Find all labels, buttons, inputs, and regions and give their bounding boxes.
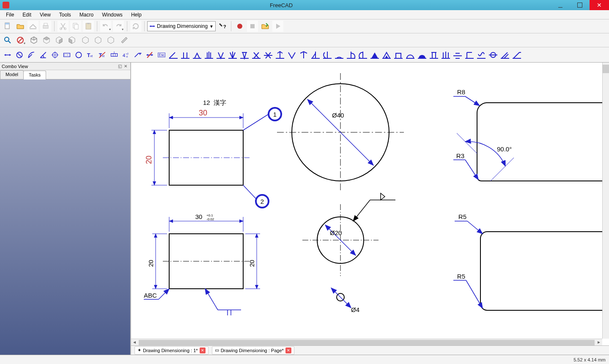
weld-symbol-button[interactable] [132, 49, 144, 61]
weld-icon-20[interactable] [392, 49, 404, 61]
tolerance-text-button[interactable]: 4+2-0 [120, 49, 132, 61]
macro-open-button[interactable] [259, 20, 271, 32]
circular-dim-button[interactable] [14, 49, 25, 61]
center-mark-button[interactable] [49, 49, 61, 61]
text-button[interactable]: Txt [85, 49, 96, 61]
weld-icon-4[interactable] [203, 49, 215, 61]
window-close-button[interactable]: ✕ [590, 0, 609, 10]
weld-icon-12[interactable] [298, 49, 310, 61]
drawing-canvas[interactable]: 30 20 12 漢字 1 2 [131, 63, 609, 355]
weld-icon-2[interactable] [179, 49, 191, 61]
doc-tab-2-close[interactable]: ✕ [285, 348, 291, 353]
weld-icon-3[interactable] [191, 49, 203, 61]
view-front-button[interactable] [41, 34, 52, 46]
weld-icon-18[interactable] [369, 49, 381, 61]
doc-tab-2-label: Drawing Dimensioning : Page* [221, 348, 284, 353]
svg-line-136 [353, 200, 370, 221]
view-left-button[interactable] [105, 34, 117, 46]
text-strike-button[interactable]: Txt [96, 49, 108, 61]
radius-dim-button[interactable] [25, 49, 37, 61]
weld-icon-16[interactable] [345, 49, 357, 61]
zoom-fit-button[interactable] [2, 34, 14, 46]
save-button[interactable] [27, 20, 39, 32]
weld-icon-22[interactable] [416, 49, 428, 61]
weld-icon-6[interactable] [227, 49, 239, 61]
view-toggle-button[interactable] [14, 34, 26, 46]
tab-model[interactable]: Model [0, 70, 24, 79]
macro-stop-button[interactable] [247, 20, 258, 32]
menu-windows[interactable]: Windows [98, 11, 127, 19]
angular-dim-button[interactable] [37, 49, 49, 61]
weld-icon-13[interactable] [310, 49, 321, 61]
print-button[interactable] [40, 20, 52, 32]
svg-rect-33 [111, 53, 118, 56]
centerline-button[interactable] [61, 49, 73, 61]
horizontal-scrollbar[interactable]: ◂ ▸ [131, 339, 602, 345]
weld-icon-30[interactable] [511, 49, 523, 61]
weld-icon-28[interactable] [487, 49, 499, 61]
weld-icon-1[interactable] [167, 49, 179, 61]
view-right-button[interactable] [66, 34, 78, 46]
weld-icon-21[interactable] [404, 49, 416, 61]
weld-icon-5[interactable] [215, 49, 227, 61]
menu-file[interactable]: File [2, 11, 18, 19]
window-maximize-button[interactable] [570, 0, 590, 10]
measure-button[interactable] [118, 34, 130, 46]
weld-icon-10[interactable] [274, 49, 286, 61]
new-file-button[interactable] [2, 20, 14, 32]
menu-view[interactable]: View [36, 11, 55, 19]
menu-help[interactable]: Help [127, 11, 146, 19]
tolerance-frame-button[interactable] [108, 49, 120, 61]
weld-icon-7[interactable] [239, 49, 250, 61]
weld-icon-14[interactable] [321, 49, 333, 61]
weld-icon-19[interactable] [381, 49, 392, 61]
panel-undock-button[interactable]: ◱ [117, 64, 123, 68]
menu-macro[interactable]: Macro [75, 11, 98, 19]
svg-text:Esc: Esc [159, 53, 165, 57]
open-file-button[interactable] [14, 20, 26, 32]
undo-button[interactable] [100, 20, 112, 32]
weld-icon-23[interactable] [428, 49, 440, 61]
weld-icon-25[interactable] [452, 49, 464, 61]
svg-line-47 [169, 52, 175, 58]
weld-icon-27[interactable] [475, 49, 487, 61]
whats-this-button[interactable]: ? [217, 20, 228, 32]
weld-icon-17[interactable] [357, 49, 369, 61]
linear-dim-button[interactable] [2, 49, 14, 61]
doc-tab-1-close[interactable]: ✕ [200, 348, 206, 353]
workbench-selector[interactable]: Drawing Dimensioning ▼ [147, 21, 216, 31]
redo-button[interactable] [112, 20, 124, 32]
view-rear-button[interactable] [80, 34, 91, 46]
menu-tools[interactable]: Tools [55, 11, 75, 19]
weld-icon-29[interactable] [499, 49, 511, 61]
doc-tab-1[interactable]: ✦ Drawing Dimensioning : 1* ✕ [134, 346, 208, 355]
tab-tasks[interactable]: Tasks [23, 71, 46, 79]
svg-line-124 [205, 289, 218, 310]
weld-icon-9[interactable] [262, 49, 274, 61]
view-iso-button[interactable] [28, 34, 40, 46]
svg-line-107 [243, 114, 269, 130]
view-top-button[interactable] [53, 34, 65, 46]
paste-button[interactable] [82, 20, 94, 32]
escape-button[interactable]: Esc [156, 49, 167, 61]
doc-tab-2[interactable]: ▭ Drawing Dimensioning : Page* ✕ [212, 346, 294, 355]
menu-edit[interactable]: Edit [18, 11, 36, 19]
delete-dim-button[interactable] [144, 49, 156, 61]
weld-icon-15[interactable] [333, 49, 345, 61]
weld-icon-26[interactable] [464, 49, 475, 61]
panel-close-button[interactable]: ✕ [123, 64, 129, 68]
weld-icon-24[interactable] [440, 49, 452, 61]
svg-rect-1 [5, 23, 9, 25]
cut-button[interactable] [57, 20, 69, 32]
vertical-scrollbar[interactable] [602, 63, 609, 339]
toolbar-view [0, 33, 609, 47]
refresh-button[interactable] [130, 20, 142, 32]
weld-icon-11[interactable] [286, 49, 298, 61]
window-minimize-button[interactable] [551, 0, 570, 10]
weld-icon-8[interactable] [250, 49, 262, 61]
view-bottom-button[interactable] [92, 34, 104, 46]
macro-play-button[interactable] [272, 20, 284, 32]
note-circle-button[interactable] [73, 49, 85, 61]
copy-button[interactable] [70, 20, 82, 32]
macro-record-button[interactable] [234, 20, 246, 32]
